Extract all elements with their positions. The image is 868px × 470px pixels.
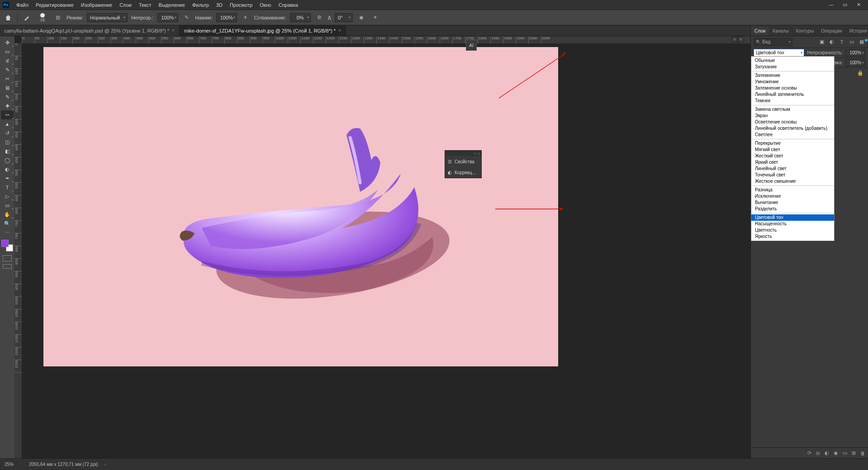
quick-select-tool[interactable]: ✎ [1,65,14,74]
window-close-icon[interactable]: ✕ [852,2,865,8]
panel-collapse-icon[interactable]: ‹‹ [474,152,476,156]
opacity-field[interactable]: 100% [157,13,178,22]
close-tab-icon[interactable]: × [338,28,341,33]
gradient-tool[interactable]: ◧ [1,147,14,156]
menu-image[interactable]: Изображение [77,1,116,9]
lasso-tool[interactable]: ⊄ [1,56,14,65]
ruler-horizontal[interactable]: 0501001502002503003504004505005506006507… [22,36,750,43]
screen-mode-button[interactable] [3,264,12,269]
blend-mode-option[interactable]: Исключение [751,193,834,199]
pressure-size-icon[interactable]: ◉ [356,13,366,23]
close-tab-icon[interactable]: × [172,28,175,33]
menu-text[interactable]: Текст [135,1,155,9]
layer-fx-icon[interactable]: fx [816,451,820,456]
blend-mode-option[interactable]: Замена светлым [751,106,834,113]
blend-mode-option[interactable]: Жесткий свет [751,153,834,159]
window-minimize-icon[interactable]: — [825,2,838,8]
blend-mode-option[interactable]: Разница [751,187,834,193]
foreground-swatch[interactable] [1,240,9,247]
brush-tool[interactable]: ✏ [1,110,14,119]
blend-mode-option[interactable]: Яркий свет [751,159,834,166]
blend-mode-option[interactable]: Цветовой тон [751,214,834,221]
blend-mode-option[interactable]: Перекрытие [751,140,834,147]
type-tool[interactable]: T [1,183,14,192]
dodge-tool[interactable]: ◐ [1,165,14,174]
eraser-tool[interactable]: ◫ [1,138,14,147]
quick-mask-button[interactable] [3,255,12,261]
blend-mode-option[interactable]: Затемнение [751,72,834,79]
layer-mask-icon[interactable]: ◐ [825,450,829,456]
tool-preset-icon[interactable] [22,13,32,23]
blend-mode-list[interactable]: ОбычныеЗатуханиеЗатемнениеУмножениеЗатем… [751,56,835,241]
panel-collapse-icon[interactable]: » [731,36,738,43]
smoothing-field[interactable]: 0% [290,13,311,22]
properties-tab[interactable]: ☰ Свойства [445,156,481,167]
new-adjust-icon[interactable]: ◉ [834,450,838,456]
pen-tool[interactable]: ✒ [1,174,14,183]
doc-info-menu-icon[interactable]: › [104,462,106,467]
blend-mode-option[interactable]: Точечный свет [751,172,834,178]
tab-actions[interactable]: Операции [817,27,846,35]
blend-mode-dropdown[interactable]: Цветовой тон [754,49,804,57]
blend-mode-option[interactable]: Линейный затемнитель [751,91,834,98]
menu-3d[interactable]: 3D [213,1,226,9]
zoom-tool[interactable]: 🔍 [1,219,14,228]
move-tool[interactable]: ✥ [1,38,14,47]
menu-select[interactable]: Выделение [155,1,189,9]
canvas-viewport[interactable] [22,43,750,458]
doc-tab-0[interactable]: camylla-battani-AoqgQAqrLpU-unsplash.psd… [0,25,180,36]
blend-mode-option[interactable]: Жесткое смешение [751,178,834,185]
history-brush-tool[interactable]: ↺ [1,128,14,138]
filter-type-icon[interactable]: T [838,38,845,46]
menu-window[interactable]: Окно [256,1,275,9]
blend-mode-option[interactable]: Светлее [751,132,834,138]
blend-mode-option[interactable]: Осветление основы [751,119,834,125]
tab-paths[interactable]: Контуры [792,27,817,35]
color-swatches[interactable] [1,240,13,252]
angle-field[interactable]: 0° [335,13,353,22]
blend-mode-option[interactable]: Линейный свет [751,166,834,172]
airbrush-icon[interactable]: ✈ [241,13,251,23]
adjustments-tab[interactable]: ◐ Коррекц... [445,167,481,178]
layer-opacity-field[interactable]: 100% [845,49,865,57]
blend-mode-option[interactable]: Обычные [751,57,834,64]
pressure-opacity-icon[interactable]: ✎ [182,13,192,23]
eyedropper-tool[interactable]: ✎ [1,92,14,101]
blend-mode-select[interactable]: Нормальный [87,13,128,22]
blend-mode-option[interactable]: Линейный осветлитель (добавить) [751,125,834,132]
tab-layers[interactable]: Слои [751,27,769,35]
marquee-tool[interactable]: ▭ [1,47,14,56]
fill-field[interactable]: 100% [845,59,865,66]
blend-mode-option[interactable]: Цветность [751,227,834,233]
menu-help[interactable]: Справка [275,1,302,9]
zoom-field[interactable]: 25% [5,462,23,467]
document-canvas[interactable] [43,47,558,366]
filter-pixel-icon[interactable]: ▣ [818,38,825,46]
smoothing-gear-icon[interactable]: ⚙ [314,13,324,23]
edit-toolbar[interactable]: ⋯ [1,228,14,237]
blend-mode-option[interactable]: Экран [751,113,834,119]
blend-mode-option[interactable]: Затухание [751,64,834,70]
blend-mode-option[interactable]: Затемнение основы [751,85,834,91]
delete-layer-icon[interactable]: 🗑 [860,451,865,456]
new-group-icon[interactable]: ▭ [843,450,847,456]
menu-layers[interactable]: Слои [116,1,135,9]
blend-mode-option[interactable]: Разделить [751,206,834,212]
menu-filter[interactable]: Фильтр [189,1,213,9]
panel-close-icon[interactable]: × [478,152,480,156]
path-select-tool[interactable]: ▷ [1,192,14,201]
properties-floating-panel[interactable]: ‹‹× ☰ Свойства ◐ Коррекц... [445,150,482,178]
blend-mode-option[interactable]: Насыщенность [751,221,834,227]
menu-view[interactable]: Просмотр [226,1,256,9]
stamp-tool[interactable]: ▲ [1,119,14,128]
blend-mode-option[interactable]: Умножение [751,79,834,85]
crop-tool[interactable]: ✂ [1,74,14,83]
link-layers-icon[interactable]: ⟳ [807,450,811,456]
filter-shape-icon[interactable]: ▭ [848,38,855,46]
blur-tool[interactable]: ◯ [1,156,14,165]
blend-mode-option[interactable]: Мягкий свет [751,147,834,153]
shape-tool[interactable]: ▭ [1,201,14,210]
frame-tool[interactable]: ⊠ [1,83,14,92]
layer-filter-select[interactable]: Вид [754,38,792,46]
ruler-vertical[interactable]: 0501001502002503003504004505005506006507… [14,43,22,458]
